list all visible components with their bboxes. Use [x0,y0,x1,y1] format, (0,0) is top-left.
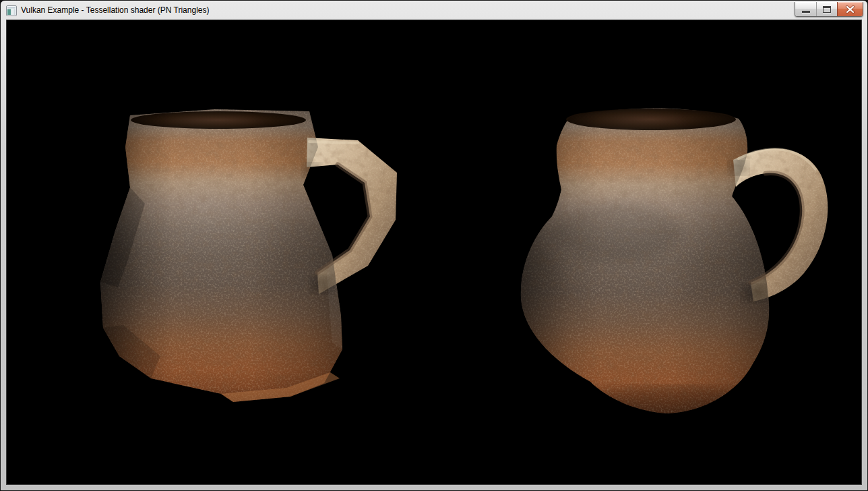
minimize-button[interactable] [795,2,816,16]
maximize-icon [823,6,831,13]
jug-model-low-poly [95,105,398,415]
app-window: Vulkan Example - Tessellation shader (PN… [0,0,868,491]
close-icon [845,5,855,13]
maximize-button[interactable] [816,2,837,16]
window-controls [795,2,863,17]
app-icon[interactable] [6,5,17,16]
render-viewport[interactable] [6,20,862,485]
window-title: Vulkan Example - Tessellation shader (PN… [21,5,209,16]
minimize-icon [802,11,810,13]
titlebar[interactable]: Vulkan Example - Tessellation shader (PN… [1,1,867,20]
close-button[interactable] [837,2,863,16]
jug-model-tessellated [516,100,833,417]
